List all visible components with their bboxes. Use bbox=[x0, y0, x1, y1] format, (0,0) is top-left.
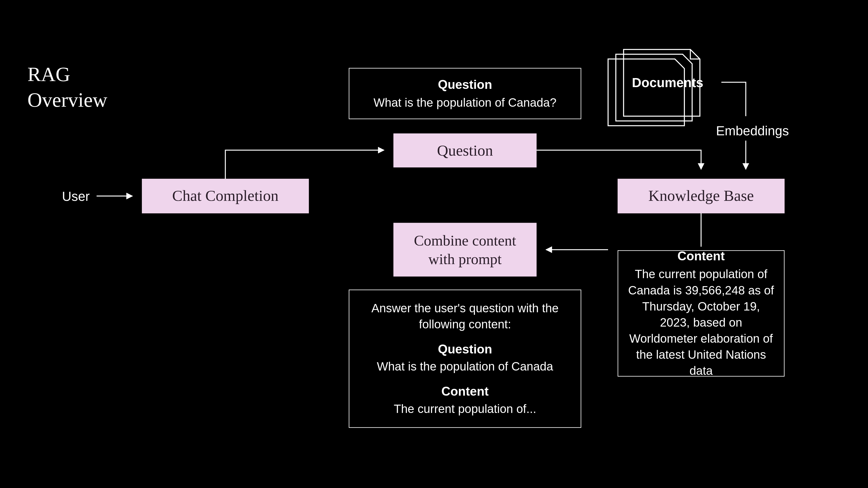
prompt-intro: Answer the user's question with the foll… bbox=[359, 300, 571, 332]
title-line-2: Overview bbox=[27, 88, 107, 110]
user-label: User bbox=[62, 189, 90, 204]
combine-line-2: with prompt bbox=[429, 251, 502, 267]
question-box-header: Question bbox=[438, 76, 492, 93]
question-node: Question bbox=[394, 134, 537, 167]
content-box-header: Content bbox=[677, 248, 724, 265]
content-box-body: The current population of Canada is 39,5… bbox=[628, 266, 774, 379]
knowledge-base-label: Knowledge Base bbox=[648, 187, 754, 205]
prompt-content-header: Content bbox=[441, 383, 489, 400]
knowledge-base-node: Knowledge Base bbox=[618, 179, 785, 214]
question-detail-box: Question What is the population of Canad… bbox=[349, 68, 582, 119]
prompt-assembly-box: Answer the user's question with the foll… bbox=[349, 290, 582, 428]
question-box-body: What is the population of Canada? bbox=[373, 95, 556, 111]
combine-node: Combine content with prompt bbox=[394, 223, 537, 276]
question-node-label: Question bbox=[437, 141, 493, 159]
prompt-content-body: The current population of... bbox=[394, 401, 536, 417]
title-line-1: RAG bbox=[27, 63, 70, 85]
documents-label: Documents bbox=[632, 75, 703, 91]
chat-completion-label: Chat Completion bbox=[172, 187, 278, 205]
chat-completion-node: Chat Completion bbox=[142, 179, 309, 214]
prompt-question-body: What is the population of Canada bbox=[377, 359, 553, 375]
content-detail-box: Content The current population of Canada… bbox=[618, 250, 785, 377]
embeddings-label: Embeddings bbox=[716, 123, 789, 139]
page-title: RAG Overview bbox=[27, 62, 107, 113]
combine-line-1: Combine content bbox=[414, 232, 516, 248]
prompt-question-header: Question bbox=[438, 340, 492, 357]
